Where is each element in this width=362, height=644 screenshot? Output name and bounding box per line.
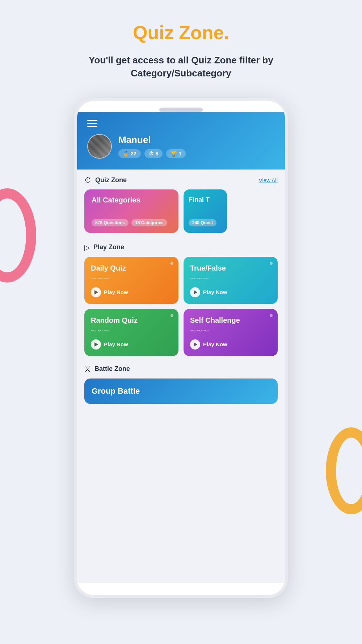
play-card-random-btn[interactable]: Play Now [91, 339, 172, 350]
play-card-self-title: Self Challenge [190, 316, 271, 325]
quiz-zone-header: ⏱ Quiz Zone View All [84, 176, 278, 184]
view-all-link[interactable]: View All [259, 177, 278, 183]
play-card-true-false-btn[interactable]: Play Now [190, 287, 271, 297]
title-dot: . [224, 22, 229, 43]
app-header: Manuel 🏅 22 ⏱ 6 🏆 [77, 112, 285, 170]
quiz-zone-title-group: ⏱ Quiz Zone [84, 176, 127, 184]
play-zone-grid: Daily Quiz 〜〜〜 Play Now True/False 〜〜〜 [84, 257, 278, 356]
play-btn-daily-icon [91, 287, 101, 297]
play-card-daily-dot [171, 262, 173, 265]
play-card-random-quiz[interactable]: Random Quiz 〜〜〜 Play Now [84, 309, 178, 356]
play-card-random-title: Random Quiz [91, 316, 172, 325]
battle-card-group[interactable]: Group Battle [84, 379, 278, 404]
play-zone-section: ▷ Play Zone Daily Quiz 〜〜〜 Play Now [77, 237, 285, 360]
play-card-daily-btn[interactable]: Play Now [91, 287, 172, 297]
badge-timer-icon: ⏱ [149, 151, 154, 156]
page-title: Quiz Zone. [133, 22, 229, 43]
play-card-daily-title: Daily Quiz [91, 264, 172, 272]
play-btn-true-false-icon [190, 287, 200, 297]
app-content: Manuel 🏅 22 ⏱ 6 🏆 [77, 112, 285, 583]
play-zone-title: Play Zone [93, 243, 124, 251]
hamburger-menu-icon[interactable] [87, 120, 275, 127]
phone-wrapper: Manuel 🏅 22 ⏱ 6 🏆 [74, 98, 288, 598]
play-zone-icon: ▷ [84, 243, 90, 252]
play-btn-self-icon [190, 339, 200, 350]
badge-medals: 🏅 22 [118, 149, 141, 158]
avatar [87, 134, 112, 159]
play-card-random-dot [171, 314, 173, 317]
play-card-self-dot [270, 314, 273, 317]
play-zone-title-group: ▷ Play Zone [84, 243, 124, 252]
badge-trophy: 🏆 1 [166, 149, 186, 158]
play-card-true-false-title: True/False [190, 264, 271, 272]
quiz-card-final[interactable]: Final T 240 Quest [184, 189, 227, 233]
play-btn-random-label: Play Now [104, 341, 128, 347]
quiz-card-final-tags: 240 Quest [189, 219, 222, 226]
play-card-true-false-wave: 〜〜〜 [190, 275, 271, 283]
badges-row: 🏅 22 ⏱ 6 🏆 1 [118, 149, 186, 158]
play-card-random-wave: 〜〜〜 [91, 327, 172, 335]
play-btn-daily-label: Play Now [104, 289, 128, 295]
deco-pink-arc [0, 188, 36, 283]
avatar-image [88, 135, 111, 158]
play-card-daily-wave: 〜〜〜 [91, 275, 172, 283]
badge-timer: ⏱ 6 [144, 149, 163, 158]
battle-zone-section: ⚔ Battle Zone Group Battle [77, 360, 285, 407]
quiz-tag-categories: 18 Categories [131, 219, 167, 226]
battle-card-title: Group Battle [92, 386, 140, 396]
battle-zone-icon: ⚔ [84, 365, 91, 373]
battle-zone-title: Battle Zone [94, 365, 130, 373]
hamburger-line-1 [87, 120, 97, 121]
play-zone-header: ▷ Play Zone [84, 243, 278, 252]
quiz-zone-section: ⏱ Quiz Zone View All All Categories 878 … [77, 170, 285, 237]
quiz-card-all-categories-title: All Categories [92, 196, 171, 204]
quiz-card-final-title: Final T [189, 196, 222, 204]
play-card-true-false-dot [270, 262, 273, 265]
play-card-daily-quiz[interactable]: Daily Quiz 〜〜〜 Play Now [84, 257, 178, 304]
quiz-tag-questions: 878 Questions [92, 219, 129, 226]
quiz-card-all-categories-tags: 878 Questions 18 Categories [92, 219, 171, 226]
play-btn-self-label: Play Now [203, 341, 227, 347]
quiz-tag-final-questions: 240 Quest [189, 219, 216, 226]
badge-timer-value: 6 [156, 151, 159, 156]
quiz-zone-cards: All Categories 878 Questions 18 Categori… [84, 189, 278, 233]
page-subtitle: You'll get access to all Quiz Zone filte… [58, 54, 304, 80]
hamburger-line-3 [87, 126, 97, 127]
user-row: Manuel 🏅 22 ⏱ 6 🏆 [87, 134, 275, 159]
play-card-self-btn[interactable]: Play Now [190, 339, 271, 350]
hamburger-line-2 [87, 123, 97, 124]
badge-medals-icon: 🏅 [123, 151, 129, 156]
user-info: Manuel 🏅 22 ⏱ 6 🏆 [118, 134, 186, 158]
play-btn-true-false-label: Play Now [203, 289, 227, 295]
quiz-zone-title: Quiz Zone [95, 176, 127, 184]
badge-trophy-value: 1 [178, 151, 181, 156]
title-text: Quiz Zone [133, 22, 224, 43]
play-btn-random-icon [91, 339, 101, 350]
battle-zone-header: ⚔ Battle Zone [84, 365, 278, 373]
phone-frame: Manuel 🏅 22 ⏱ 6 🏆 [74, 98, 288, 598]
play-card-self-wave: 〜〜〜 [190, 327, 271, 335]
deco-yellow-arc [326, 427, 362, 514]
badge-medals-value: 22 [131, 151, 136, 156]
quiz-card-all-categories[interactable]: All Categories 878 Questions 18 Categori… [84, 189, 178, 233]
play-card-self-challenge[interactable]: Self Challenge 〜〜〜 Play Now [184, 309, 278, 356]
play-card-true-false[interactable]: True/False 〜〜〜 Play Now [184, 257, 278, 304]
badge-trophy-icon: 🏆 [171, 151, 177, 156]
user-name: Manuel [118, 134, 186, 146]
quiz-zone-icon: ⏱ [84, 176, 92, 184]
phone-notch [159, 108, 203, 112]
